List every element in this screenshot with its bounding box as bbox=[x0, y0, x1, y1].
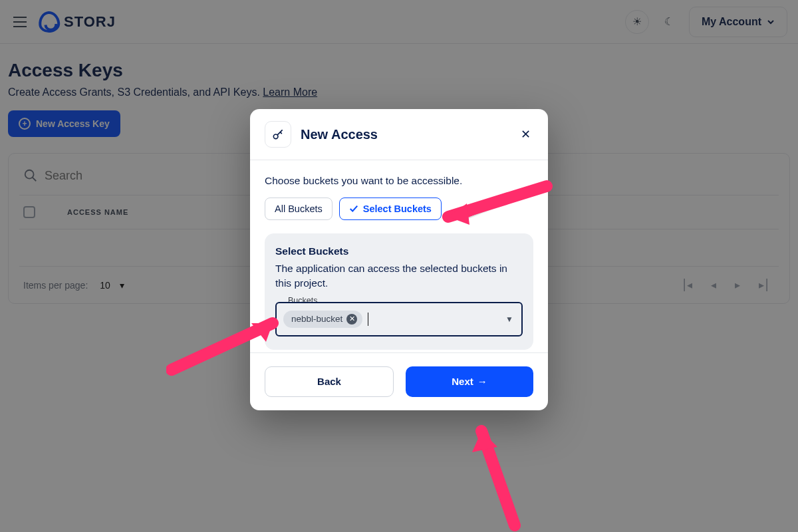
bucket-scope-segments: All Buckets Select Buckets bbox=[265, 198, 533, 220]
select-panel-title: Select Buckets bbox=[275, 245, 523, 257]
close-icon: ✕ bbox=[521, 127, 531, 142]
text-cursor bbox=[368, 313, 368, 326]
bucket-chip-label: nebbl-bucket bbox=[291, 314, 342, 324]
close-icon: ✕ bbox=[349, 315, 355, 323]
buckets-field: Buckets nebbl-bucket ✕ ▼ bbox=[275, 302, 523, 336]
remove-chip-button[interactable]: ✕ bbox=[346, 314, 357, 325]
modal-footer: Back Next → bbox=[250, 352, 548, 410]
svg-point-1 bbox=[273, 134, 278, 139]
segment-all-buckets[interactable]: All Buckets bbox=[265, 198, 332, 220]
next-label: Next bbox=[452, 376, 473, 387]
dropdown-caret-icon[interactable]: ▼ bbox=[505, 315, 513, 324]
close-button[interactable]: ✕ bbox=[517, 126, 533, 142]
arrow-right-icon: → bbox=[477, 376, 487, 387]
back-label: Back bbox=[317, 376, 341, 387]
select-panel-description: The application can access the selected … bbox=[275, 261, 523, 291]
segment-all-label: All Buckets bbox=[275, 203, 323, 214]
segment-select-buckets[interactable]: Select Buckets bbox=[339, 198, 442, 220]
modal-title: New Access bbox=[301, 127, 508, 142]
key-icon bbox=[265, 121, 291, 148]
modal-header: New Access ✕ bbox=[250, 109, 548, 160]
segment-select-label: Select Buckets bbox=[363, 203, 432, 214]
modal-body: Choose buckets you want to be accessible… bbox=[250, 160, 548, 352]
modal-description: Choose buckets you want to be accessible… bbox=[265, 175, 533, 187]
bucket-chip: nebbl-bucket ✕ bbox=[283, 311, 362, 328]
next-button[interactable]: Next → bbox=[406, 366, 533, 397]
buckets-combobox[interactable]: nebbl-bucket ✕ ▼ bbox=[275, 302, 523, 336]
new-access-modal: New Access ✕ Choose buckets you want to … bbox=[250, 109, 548, 410]
back-button[interactable]: Back bbox=[265, 366, 394, 397]
select-buckets-panel: Select Buckets The application can acces… bbox=[265, 233, 533, 350]
check-icon bbox=[349, 204, 358, 213]
